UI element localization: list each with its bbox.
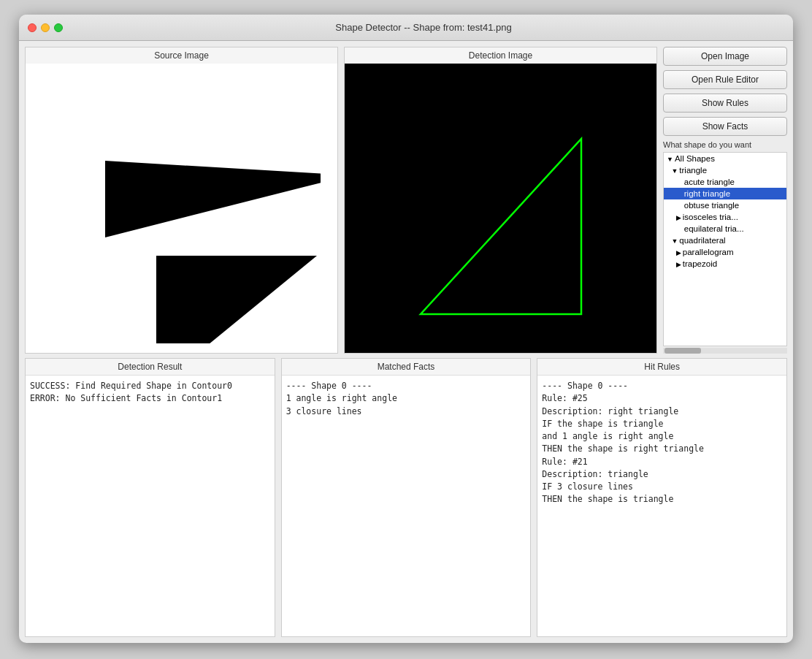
open-rule-editor-button[interactable]: Open Rule Editor (663, 70, 787, 89)
matched-facts-panel: Matched Facts ---- Shape 0 ----1 angle i… (281, 358, 532, 637)
shapes-label: What shape do you want (663, 140, 787, 149)
tree-item[interactable]: ▶parallelogram (664, 246, 786, 258)
top-section: Source Image Detection Image (25, 47, 787, 354)
hit-rules-content: ---- Shape 0 ----Rule: #25Description: r… (537, 376, 786, 636)
source-panel-label: Source Image (154, 47, 209, 64)
bottom-section: Detection Result SUCCESS: Find Required … (25, 358, 787, 637)
detection-image-area (345, 64, 656, 353)
detection-image-svg (362, 73, 640, 343)
shapes-section: What shape do you want ▼All Shapes ▼tria… (663, 140, 787, 354)
svg-marker-0 (105, 161, 321, 237)
tree-item[interactable]: ▼All Shapes (664, 153, 786, 164)
source-image-svg (43, 73, 321, 343)
tree-item[interactable]: acute triangle (664, 176, 786, 188)
show-facts-button[interactable]: Show Facts (663, 117, 787, 136)
window-title: Shape Detector -- Shape from: test41.png (63, 22, 784, 33)
hit-rules-label: Hit Rules (537, 359, 786, 376)
tree-item[interactable]: ▶trapezoid (664, 258, 786, 270)
app-window: Shape Detector -- Shape from: test41.png… (19, 15, 793, 643)
matched-facts-label: Matched Facts (282, 359, 531, 376)
show-rules-button[interactable]: Show Rules (663, 94, 787, 113)
minimize-button[interactable] (41, 23, 50, 32)
tree-item[interactable]: equilateral tria... (664, 223, 786, 235)
tree-item[interactable]: ▼triangle (664, 164, 786, 176)
detection-result-panel: Detection Result SUCCESS: Find Required … (25, 358, 275, 637)
tree-item[interactable]: ▶isosceles tria... (664, 211, 786, 223)
detection-result-label: Detection Result (26, 359, 275, 376)
main-content: Source Image Detection Image (19, 41, 793, 643)
traffic-lights (28, 23, 63, 32)
detection-panel-label: Detection Image (469, 47, 532, 64)
matched-facts-content: ---- Shape 0 ----1 angle is right angle3… (282, 376, 531, 636)
right-panel: Open Image Open Rule Editor Show Rules S… (663, 47, 787, 354)
tree-item[interactable]: ▼quadrilateral (664, 235, 786, 246)
close-button[interactable] (28, 23, 37, 32)
open-image-button[interactable]: Open Image (663, 47, 787, 66)
detection-result-content: SUCCESS: Find Required Shape in Contour0… (26, 376, 275, 636)
svg-marker-1 (156, 256, 317, 343)
maximize-button[interactable] (54, 23, 63, 32)
detection-panel: Detection Image (344, 47, 657, 354)
source-panel: Source Image (25, 47, 338, 354)
tree-item[interactable]: obtuse triangle (664, 199, 786, 211)
titlebar: Shape Detector -- Shape from: test41.png (19, 15, 793, 41)
hit-rules-panel: Hit Rules ---- Shape 0 ----Rule: #25Desc… (537, 358, 787, 637)
source-image-area (26, 64, 337, 353)
tree-item[interactable]: right triangle (664, 188, 786, 199)
svg-marker-2 (421, 139, 581, 314)
shapes-tree[interactable]: ▼All Shapes ▼triangle acute triangle rig… (663, 152, 787, 346)
